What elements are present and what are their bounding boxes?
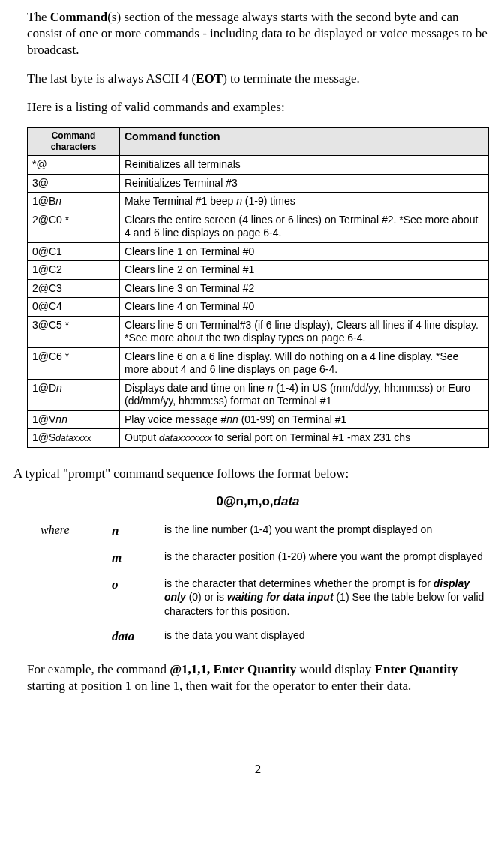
text: For example, the command: [27, 662, 170, 676]
def-desc: is the data you want displayed: [164, 628, 489, 645]
where-label: where: [27, 523, 112, 539]
text: 1@V: [32, 413, 56, 425]
def-var: data: [112, 628, 164, 645]
cmd-chars: 2@C3: [28, 279, 120, 298]
cmd-func: Make Terminal #1 beep n (1-9) times: [120, 193, 489, 212]
cmd-func: Clears line 2 on Terminal #1: [120, 261, 489, 280]
text-bolditalic: waiting for data input: [227, 591, 334, 603]
formula-text: 0@n,m,o,: [216, 494, 273, 508]
paragraph-eot: The last byte is always ASCII 4 (EOT) to…: [27, 70, 489, 87]
blank: [27, 628, 112, 645]
text: (0) or is: [186, 591, 227, 603]
text: Make Terminal #1 beep: [124, 195, 236, 207]
text: 1@D: [32, 382, 56, 394]
cmd-chars: 1@Dn: [28, 379, 120, 410]
text: (1-9) times: [242, 195, 296, 207]
cmd-func: Clears line 3 on Terminal #2: [120, 279, 489, 298]
definitions: where n is the line number (1-4) you wan…: [27, 523, 489, 645]
text-italic: nn: [226, 413, 238, 425]
text: The: [27, 10, 50, 24]
table-row: *@ Reinitializes all terminals: [28, 156, 489, 175]
col-header-chars: Command characters: [28, 128, 120, 156]
def-row: data is the data you want displayed: [27, 628, 489, 645]
table-row: 3@ Reinitializes Terminal #3: [28, 174, 489, 193]
page-content: The Command(s) section of the message al…: [0, 0, 504, 792]
def-row: m is the character position (1-20) where…: [27, 550, 489, 566]
text: Play voice message #: [124, 413, 226, 425]
text-italic: nn: [56, 413, 68, 425]
table-row: 1@C6 * Clears line 6 on a 6 line display…: [28, 347, 489, 379]
text: 1@B: [32, 195, 56, 207]
paragraph-example: For example, the command @1,1,1, Enter Q…: [27, 662, 489, 694]
text: 1@S: [32, 431, 56, 443]
text: to serial port on Terminal #1 -max 231 c…: [212, 431, 410, 443]
cmd-chars: 0@C4: [28, 298, 120, 316]
paragraph-commands: The Command(s) section of the message al…: [27, 9, 489, 58]
cmd-chars: 3@C5 *: [28, 316, 120, 347]
table-row: 1@Bn Make Terminal #1 beep n (1-9) times: [28, 193, 489, 212]
cmd-chars: 1@C6 *: [28, 347, 120, 379]
cmd-chars: 3@: [28, 174, 120, 193]
text-bold: EOT: [196, 71, 223, 86]
blank: [27, 577, 112, 618]
table-row: 0@C1 Clears line 1 on Terminal #0: [28, 242, 489, 261]
table-row: 2@C3 Clears line 3 on Terminal #2: [28, 279, 489, 298]
cmd-chars: 1@Sdataxxxx: [28, 429, 120, 448]
text: terminals: [195, 158, 241, 170]
text-italic: dataxxxxxxx: [159, 432, 212, 443]
col-header-function: Command function: [120, 128, 489, 156]
def-var: m: [112, 550, 164, 566]
table-row: 1@Vnn Play voice message #nn (01-99) on …: [28, 410, 489, 429]
cmd-chars: 0@C1: [28, 242, 120, 261]
cmd-func: Clears line 5 on Terminal#3 (if 6 line d…: [120, 316, 489, 347]
text-italic: dataxxxx: [56, 433, 91, 443]
table-row: 3@C5 * Clears line 5 on Terminal#3 (if 6…: [28, 316, 489, 347]
def-var: n: [112, 523, 164, 539]
text: is the character that determines whether…: [164, 578, 434, 590]
text: would display: [296, 662, 374, 676]
cmd-func: Clears the entire screen (4 lines or 6 l…: [120, 211, 489, 242]
blank: [27, 550, 112, 566]
table-row: 1@C2 Clears line 2 on Terminal #1: [28, 261, 489, 280]
text-italic: n: [236, 195, 242, 207]
def-row: where n is the line number (1-4) you wan…: [27, 523, 489, 539]
paragraph-listing: Here is a listing of valid commands and …: [27, 99, 489, 116]
text: (01-99) on Terminal #1: [238, 413, 346, 425]
paragraph-prompt: A typical "prompt" command sequence foll…: [14, 466, 489, 482]
table-row: 1@Dn Displays date and time on line n (1…: [28, 379, 489, 410]
text-bold: Enter Quantity: [375, 662, 458, 676]
text: starting at position 1 on line 1, then w…: [27, 679, 411, 693]
page-number: 2: [27, 762, 489, 777]
cmd-func: Play voice message #nn (01-99) on Termin…: [120, 410, 489, 429]
text-bold: @1,1,1, Enter Quantity: [170, 662, 296, 676]
cmd-func: Output dataxxxxxxx to serial port on Ter…: [120, 429, 489, 448]
cmd-chars: 1@Vnn: [28, 410, 120, 429]
cmd-func: Displays date and time on line n (1-4) i…: [120, 379, 489, 410]
def-desc: is the character position (1-20) where y…: [164, 550, 489, 566]
def-var: o: [112, 577, 164, 618]
def-row: o is the character that determines wheth…: [27, 577, 489, 618]
table-row: 0@C4 Clears line 4 on Terminal #0: [28, 298, 489, 316]
text-italic: n: [56, 382, 62, 394]
cmd-chars: *@: [28, 156, 120, 175]
prompt-formula: 0@n,m,o,data: [27, 494, 489, 509]
cmd-func: Reinitializes all terminals: [120, 156, 489, 175]
commands-table: Command characters Command function *@ R…: [27, 128, 489, 448]
cmd-chars: 1@Bn: [28, 193, 120, 212]
def-desc: is the line number (1-4) you want the pr…: [164, 523, 489, 539]
cmd-func: Reinitializes Terminal #3: [120, 174, 489, 193]
cmd-func: Clears line 4 on Terminal #0: [120, 298, 489, 316]
text: ) to terminate the message.: [223, 71, 360, 86]
cmd-chars: 2@C0 *: [28, 211, 120, 242]
text: Displays date and time on line: [124, 382, 268, 394]
text: The last byte is always ASCII 4 (: [27, 71, 196, 86]
formula-italic: data: [274, 494, 300, 508]
text: Reinitializes: [124, 158, 184, 170]
table-row: 2@C0 * Clears the entire screen (4 lines…: [28, 211, 489, 242]
cmd-func: Clears line 1 on Terminal #0: [120, 242, 489, 261]
text-bold: Command: [50, 10, 108, 24]
cmd-func: Clears line 6 on a 6 line display. Will …: [120, 347, 489, 379]
table-row: 1@Sdataxxxx Output dataxxxxxxx to serial…: [28, 429, 489, 448]
text-bold: all: [184, 158, 196, 170]
cmd-chars: 1@C2: [28, 261, 120, 280]
